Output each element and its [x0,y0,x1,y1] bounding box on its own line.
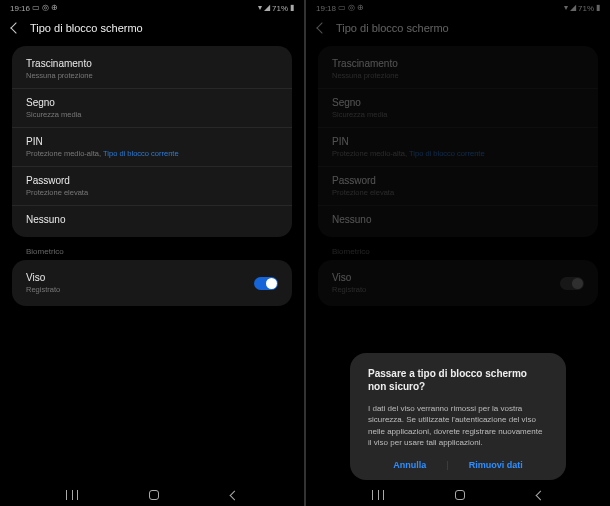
notification-icon: ◎ [348,4,355,12]
option-sub: Registrato [26,285,254,294]
option-pattern[interactable]: Segno Sicurezza media [12,89,292,128]
option-title: PIN [26,136,278,147]
signal-icon: ◢ [264,4,270,12]
biometric-card: Viso Registrato [318,260,598,306]
option-sub: Protezione medio-alta, Tipo di blocco co… [332,149,584,158]
option-title: Password [332,175,584,186]
separator: | [446,460,448,470]
option-title: Segno [332,97,584,108]
nav-back-icon[interactable] [230,490,240,500]
option-drag: Trascinamento Nessuna protezione [318,50,598,89]
back-icon[interactable] [10,22,21,33]
nav-bar [0,490,304,500]
lock-options-card: Trascinamento Nessuna protezione Segno S… [318,46,598,237]
option-sub: Nessuna protezione [26,71,278,80]
option-none: Nessuno [318,206,598,233]
option-title: Nessuno [26,214,278,225]
status-bar: 19:16 ▭ ◎ ⊕ ▾ ◢ 71% ▮ [0,0,304,16]
option-sub: Protezione elevata [26,188,278,197]
back-icon [316,22,327,33]
option-title: Trascinamento [26,58,278,69]
option-title: Nessuno [332,214,584,225]
battery-text: 71% [272,4,288,13]
header: Tipo di blocco schermo [306,16,610,40]
option-face[interactable]: Viso Registrato [12,264,292,302]
content: Trascinamento Nessuna protezione Segno S… [0,40,304,320]
notification-icon: ▭ [338,4,346,12]
notification-icon: ▭ [32,4,40,12]
option-title: Viso [332,272,560,283]
option-sub: Sicurezza media [332,110,584,119]
status-time: 19:18 [316,4,336,13]
nav-recent-icon[interactable] [372,490,384,500]
nav-back-icon[interactable] [536,490,546,500]
nav-recent-icon[interactable] [66,490,78,500]
notification-icon: ◎ [42,4,49,12]
option-title: Segno [26,97,278,108]
option-title: Password [26,175,278,186]
page-title: Tipo di blocco schermo [336,22,449,34]
cancel-button[interactable]: Annulla [393,460,426,470]
page-title: Tipo di blocco schermo [30,22,143,34]
option-sub: Registrato [332,285,560,294]
face-toggle[interactable] [254,277,278,290]
dialog-title: Passare a tipo di blocco schermo non sic… [368,367,548,393]
biometric-card: Viso Registrato [12,260,292,306]
battery-text: 71% [578,4,594,13]
screen-right: 19:18 ▭ ◎ ⊕ ▾ ◢ 71% ▮ Tipo di blocco sch… [306,0,610,506]
signal-icon: ◢ [570,4,576,12]
option-password: Password Protezione elevata [318,167,598,206]
nav-bar [306,490,610,500]
nav-home-icon[interactable] [149,490,159,500]
option-title: PIN [332,136,584,147]
option-title: Trascinamento [332,58,584,69]
battery-icon: ▮ [290,4,294,12]
status-time: 19:16 [10,4,30,13]
nav-home-icon[interactable] [455,490,465,500]
face-toggle [560,277,584,290]
biometric-header: Biometrico [318,245,598,260]
biometric-header: Biometrico [12,245,292,260]
confirm-dialog: Passare a tipo di blocco schermo non sic… [350,353,566,480]
option-none[interactable]: Nessuno [12,206,292,233]
status-bar: 19:18 ▭ ◎ ⊕ ▾ ◢ 71% ▮ [306,0,610,16]
screen-left: 19:16 ▭ ◎ ⊕ ▾ ◢ 71% ▮ Tipo di blocco sch… [0,0,304,506]
option-pin: PIN Protezione medio-alta, Tipo di blocc… [318,128,598,167]
wifi-icon: ▾ [564,4,568,12]
dialog-actions: Annulla | Rimuovi dati [368,460,548,470]
option-sub: Nessuna protezione [332,71,584,80]
content: Trascinamento Nessuna protezione Segno S… [306,40,610,320]
option-face: Viso Registrato [318,264,598,302]
option-pattern: Segno Sicurezza media [318,89,598,128]
battery-icon: ▮ [596,4,600,12]
header: Tipo di blocco schermo [0,16,304,40]
notification-icon: ⊕ [357,4,364,12]
option-sub: Protezione elevata [332,188,584,197]
option-sub: Protezione medio-alta, Tipo di blocco co… [26,149,278,158]
option-sub: Sicurezza media [26,110,278,119]
option-title: Viso [26,272,254,283]
dialog-body: I dati del viso verranno rimossi per la … [368,403,548,448]
option-password[interactable]: Password Protezione elevata [12,167,292,206]
option-pin[interactable]: PIN Protezione medio-alta, Tipo di blocc… [12,128,292,167]
lock-options-card: Trascinamento Nessuna protezione Segno S… [12,46,292,237]
confirm-button[interactable]: Rimuovi dati [469,460,523,470]
notification-icon: ⊕ [51,4,58,12]
option-drag[interactable]: Trascinamento Nessuna protezione [12,50,292,89]
wifi-icon: ▾ [258,4,262,12]
